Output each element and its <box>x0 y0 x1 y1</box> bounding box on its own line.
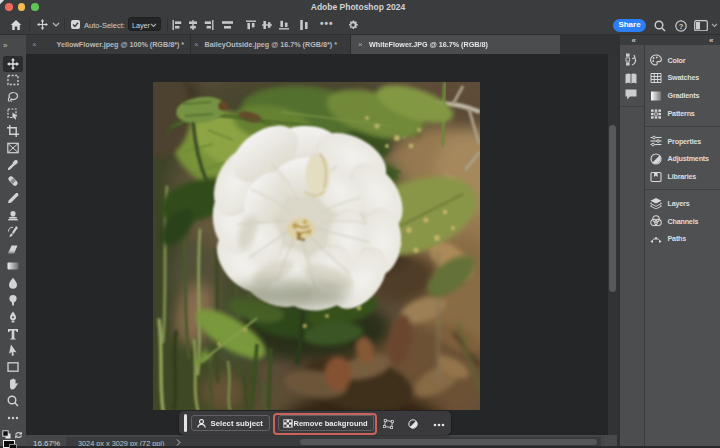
svg-text:?: ? <box>678 21 683 30</box>
